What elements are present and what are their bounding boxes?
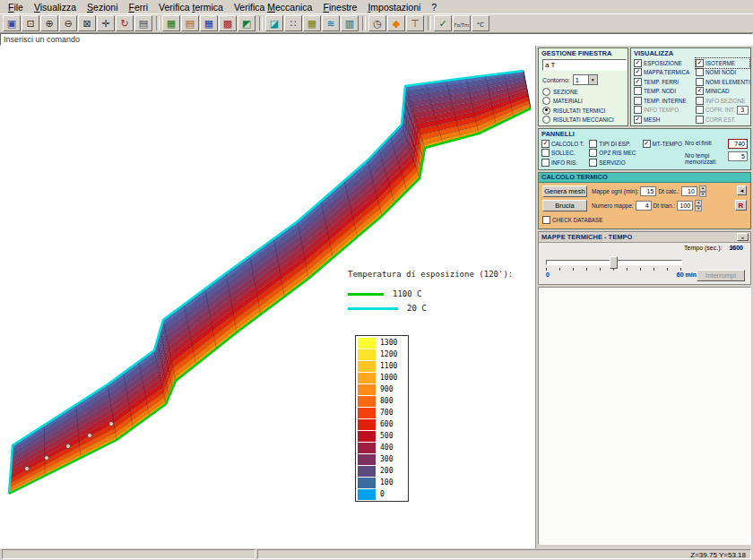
isotherms-button[interactable]: ≋ (322, 15, 340, 31)
burn-button[interactable]: ◆ (387, 15, 405, 31)
visualizza-check-minicad[interactable]: ✓MINICAD (696, 87, 749, 97)
contorno-select[interactable]: 1 ▼ (573, 74, 598, 85)
zoom-in-button[interactable]: ⊕ (40, 15, 58, 31)
dt-calc-field[interactable]: 10 (681, 186, 697, 196)
pannelli-check-opz-ris-mec[interactable]: OPZ RIS MEC (589, 149, 642, 159)
checkbox[interactable] (589, 140, 597, 148)
checkbox[interactable] (542, 216, 550, 224)
menu-[interactable]: ? (426, 2, 442, 13)
radio-button[interactable] (542, 88, 550, 96)
pannelli-check-info-ris[interactable]: INFO RIS. (541, 158, 589, 168)
elements-button[interactable]: ▦ (303, 15, 321, 31)
checkbox[interactable] (634, 87, 642, 95)
r-button[interactable]: R (735, 200, 747, 211)
minicad-button[interactable]: ▥ (341, 15, 359, 31)
chevron-down-icon[interactable]: ▼ (588, 75, 597, 84)
print-button[interactable]: ▤ (134, 15, 152, 31)
pan-button[interactable]: ✛ (97, 15, 115, 31)
temp-c-button[interactable]: °C (472, 15, 489, 31)
checkbox[interactable]: ✓ (541, 140, 550, 148)
spinner-down-icon[interactable]: ▼ (699, 192, 706, 198)
menu-file[interactable]: File (3, 2, 29, 13)
checkbox[interactable]: ✓ (643, 140, 651, 148)
checkbox[interactable]: ✓ (634, 78, 642, 86)
radio-button[interactable] (542, 97, 550, 105)
checkbox[interactable] (541, 159, 550, 167)
copr-int-field[interactable]: 3 (737, 106, 749, 115)
mesh-view-button[interactable]: ▦ (200, 15, 218, 31)
pannelli-check-calcolo-t[interactable]: ✓CALCOLO T. (541, 139, 589, 149)
zoom-window-button[interactable]: ⊡ (22, 15, 39, 31)
checkbox[interactable]: ✓ (696, 59, 704, 67)
pannelli-check-mt-tempo[interactable]: ✓MT-TEMPO (643, 139, 685, 149)
nodes-button[interactable]: ∷ (284, 15, 302, 31)
visualizza-check-temp-ferri[interactable]: ✓TEMP. FERRI (634, 77, 696, 87)
checkbox[interactable]: ✓ (696, 87, 704, 95)
check-button[interactable]: ✓ (434, 15, 452, 31)
radio-button[interactable] (542, 116, 550, 124)
visualizza-check-nomi-elementi[interactable]: NOMI ELEMENTI (696, 77, 749, 87)
checkbox[interactable] (696, 97, 704, 105)
finestra-name-input[interactable] (542, 59, 627, 71)
radio-risultati-meccanici[interactable]: RISULTATI MECCANICI (542, 116, 614, 125)
radio-sezione[interactable]: SEZIONE (542, 87, 614, 97)
pannelli-check-tipi-di-esp[interactable]: TIPI DI ESP. (589, 139, 642, 149)
checkbox[interactable]: ✓ (634, 68, 642, 76)
exposure-sides-button[interactable]: ◪ (265, 15, 283, 31)
command-bar[interactable]: Inserisci un comando (0, 33, 753, 46)
menu-verifica-termica[interactable]: Verifica termica (153, 2, 229, 13)
menu-visualizza[interactable]: Visualizza (29, 2, 82, 13)
new-window-button[interactable]: ▣ (3, 15, 21, 31)
checkbox[interactable] (589, 159, 597, 167)
fo-tm-button[interactable]: Fo/Tm (453, 15, 471, 31)
visualizza-check-info-sezione[interactable]: INFO SEZIONE (696, 96, 749, 106)
visualizza-check-esposizione[interactable]: ✓ESPOSIZIONE (634, 58, 696, 68)
panel-collapse-button[interactable]: « (737, 233, 749, 241)
visualizza-check-mappa-termica[interactable]: ✓MAPPA TERMICA (634, 68, 696, 78)
thermal-map-view-button[interactable]: ▩ (219, 15, 237, 31)
visualizza-check-info-tempo[interactable]: INFO TEMPO (634, 106, 696, 116)
visualizza-check-temp-interne[interactable]: TEMP. INTERNE (634, 96, 696, 106)
dt-trian-field[interactable]: 100 (677, 201, 693, 211)
visualizza-check-nomi-nodi[interactable]: NOMI NODI (696, 68, 749, 78)
command-input-text[interactable]: Inserisci un comando (4, 35, 80, 44)
visualizza-check-isoterme[interactable]: ✓ISOTERME (696, 58, 749, 68)
slider-handle[interactable] (610, 256, 618, 269)
visualizza-check-corr-est[interactable]: CORR.EST. (696, 115, 749, 125)
checkbox[interactable] (696, 68, 704, 76)
calcolo-check-check-database[interactable]: CHECK DATABASE (542, 215, 602, 225)
checkbox[interactable]: ✓ (634, 116, 642, 124)
zoom-out-button[interactable]: ⊖ (59, 15, 77, 31)
genera-mesh-button[interactable]: Genera mesh (542, 185, 587, 197)
checkbox[interactable] (634, 106, 642, 114)
dt-trian-spinner[interactable]: ▲▼ (695, 200, 702, 211)
scroll-left-button[interactable]: ◄ (737, 185, 747, 195)
time-slider[interactable] (546, 255, 680, 271)
menu-ferri[interactable]: Ferri (124, 2, 154, 13)
checkbox[interactable] (696, 78, 704, 86)
checkbox[interactable] (696, 106, 704, 114)
checkbox[interactable]: ✓ (634, 59, 642, 67)
redraw-button[interactable]: ↻ (116, 15, 134, 31)
materials-view-button[interactable]: ◩ (238, 15, 255, 31)
menu-impostazioni[interactable]: Impostazioni (362, 2, 426, 13)
interrompi-button[interactable]: Interrompi (697, 270, 745, 281)
checkbox[interactable] (634, 97, 642, 105)
visualizza-check-copr-int[interactable]: COPR. INT.3 (696, 106, 749, 116)
menu-sezioni[interactable]: Sezioni (82, 2, 123, 13)
spinner-down-icon[interactable]: ▼ (695, 206, 702, 212)
checkbox[interactable] (541, 149, 550, 157)
pannelli-check-servizio[interactable]: SERVIZIO (589, 158, 642, 168)
checkbox[interactable] (696, 116, 704, 124)
hammer-button[interactable]: ⊤ (406, 15, 424, 31)
visualizza-check-temp-nodi[interactable]: TEMP. NODI (634, 87, 696, 97)
rebar-view-button[interactable]: ▤ (181, 15, 199, 31)
nro-tempi-field[interactable]: 5 (728, 151, 748, 161)
section-view-button[interactable]: ▦ (162, 15, 180, 31)
menu-finestre[interactable]: Finestre (317, 2, 362, 13)
brucia-button[interactable]: Brucia (542, 200, 587, 211)
dt-calc-spinner[interactable]: ▲▼ (699, 185, 706, 197)
radio-materiali[interactable]: MATERIALI (542, 97, 614, 107)
zoom-extents-button[interactable]: ⊠ (78, 15, 96, 31)
pannelli-check-sollec[interactable]: SOLLEC. (541, 149, 589, 159)
